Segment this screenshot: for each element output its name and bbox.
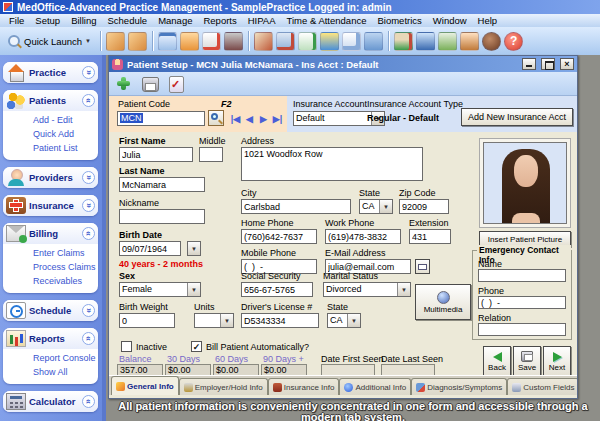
- tab-insurance-info[interactable]: Insurance Info: [268, 378, 340, 395]
- sidebar-item-show-all[interactable]: Show All: [3, 365, 98, 379]
- sidebar-item-quick-add[interactable]: Quick Add: [3, 127, 98, 141]
- billing-screen-icon[interactable]: [276, 32, 295, 51]
- birth-weight-input[interactable]: [119, 313, 175, 328]
- help-icon[interactable]: ?: [504, 32, 523, 51]
- transport-icon[interactable]: [320, 32, 339, 51]
- messages-icon[interactable]: [180, 32, 199, 51]
- camera-icon[interactable]: [224, 32, 243, 51]
- chart-icon[interactable]: [394, 32, 413, 51]
- sidebar-item-providers[interactable]: Providers: [3, 167, 98, 188]
- patient-code-input[interactable]: MCN: [117, 111, 205, 126]
- tab-additional-info[interactable]: Additional Info: [339, 378, 411, 395]
- sidebar-item-receivables[interactable]: Receivables: [3, 274, 98, 288]
- first-name-input[interactable]: [119, 147, 193, 162]
- tab-custom-fields[interactable]: Custom Fields: [507, 378, 577, 395]
- expand-practice-button[interactable]: [82, 66, 95, 79]
- birth-date-input[interactable]: [119, 241, 181, 256]
- back-button[interactable]: Back: [483, 346, 511, 377]
- sidebar-item-report-console[interactable]: Report Console: [3, 351, 98, 365]
- sidebar-item-calculator[interactable]: Calculator: [3, 391, 98, 412]
- maximize-button[interactable]: [541, 58, 555, 70]
- save-button[interactable]: Save: [513, 346, 541, 377]
- nav-first-button[interactable]: |◀: [229, 114, 242, 124]
- collapse-reports-button[interactable]: [82, 332, 95, 345]
- menu-schedule[interactable]: Schedule: [103, 15, 153, 26]
- charting-notes-icon[interactable]: [202, 32, 221, 51]
- menu-hipaa[interactable]: HIPAA: [243, 15, 281, 26]
- inactive-checkbox[interactable]: [121, 341, 132, 352]
- patient-setup-titlebar[interactable]: Patient Setup - MCN Julia McNamara - Ins…: [109, 56, 577, 72]
- menu-manage[interactable]: Manage: [153, 15, 197, 26]
- collapse-billing-button[interactable]: [82, 227, 95, 240]
- birth-date-dropdown-button[interactable]: ▼: [187, 241, 201, 256]
- sidebar-item-patients[interactable]: Patients: [3, 90, 98, 111]
- network-users-icon[interactable]: [438, 32, 457, 51]
- sidebar-item-add-edit[interactable]: Add - Edit: [3, 113, 98, 127]
- icd-codes-icon[interactable]: [128, 32, 147, 51]
- operator-icon[interactable]: [460, 32, 479, 51]
- add-new-insurance-button[interactable]: Add New Insurance Acct: [461, 108, 573, 126]
- menu-setup[interactable]: Setup: [30, 15, 65, 26]
- home-phone-input[interactable]: [241, 229, 317, 244]
- minimize-button[interactable]: [522, 58, 536, 70]
- tab-diagnosis-symptoms[interactable]: Diagnosis/Symptoms: [411, 378, 507, 395]
- middle-input[interactable]: [199, 147, 223, 162]
- expand-schedule-button[interactable]: [82, 304, 95, 317]
- tab-general-info[interactable]: General Info: [111, 376, 179, 395]
- menu-help[interactable]: Help: [473, 15, 503, 26]
- work-phone-input[interactable]: [325, 229, 401, 244]
- expand-insurance-button[interactable]: [82, 199, 95, 212]
- collapse-patients-button[interactable]: [82, 94, 95, 107]
- sidebar-item-reports[interactable]: Reports: [3, 328, 98, 349]
- nav-last-button[interactable]: ▶|: [271, 114, 284, 124]
- verify-record-button[interactable]: [165, 74, 186, 93]
- schedule-report-icon[interactable]: [342, 32, 361, 51]
- sidebar-item-patient-list[interactable]: Patient List: [3, 141, 98, 155]
- menu-window[interactable]: Window: [428, 15, 472, 26]
- multimedia-button[interactable]: Multimedia: [415, 284, 471, 320]
- menu-time-attendance[interactable]: Time & Attendance: [282, 15, 372, 26]
- emergency-relation-input[interactable]: [478, 323, 566, 336]
- marital-status-select[interactable]: Divorced▼: [323, 282, 411, 297]
- sidebar-item-practice[interactable]: Practice: [3, 62, 98, 83]
- address-input[interactable]: 1021 Woodfox Row: [241, 147, 423, 181]
- patient-lookup-button[interactable]: [208, 110, 224, 126]
- sidebar-item-process-claims[interactable]: Process Claims: [3, 260, 98, 274]
- last-name-input[interactable]: [119, 177, 205, 192]
- menu-biometrics[interactable]: Biometrics: [372, 15, 426, 26]
- zip-input[interactable]: [399, 199, 449, 214]
- calendar-calculator-icon[interactable]: [364, 32, 383, 51]
- menu-reports[interactable]: Reports: [198, 15, 241, 26]
- emergency-phone-input[interactable]: [478, 296, 566, 309]
- monitor-icon[interactable]: [416, 32, 435, 51]
- menu-billing[interactable]: Billing: [66, 15, 101, 26]
- bill-automatically-checkbox[interactable]: ✓: [191, 341, 202, 352]
- patient-card-icon[interactable]: [158, 32, 177, 51]
- tab-employer-hold-info[interactable]: Employer/Hold Info: [179, 378, 268, 395]
- state-select[interactable]: CA▼: [359, 199, 393, 214]
- extension-input[interactable]: [409, 229, 451, 244]
- menu-file[interactable]: File: [4, 15, 29, 26]
- sidebar-item-billing[interactable]: Billing: [3, 223, 98, 244]
- sidebar-item-schedule[interactable]: Schedule: [3, 300, 98, 321]
- cpt-codes-icon[interactable]: [106, 32, 125, 51]
- expand-providers-button[interactable]: [82, 171, 95, 184]
- close-button[interactable]: ×: [560, 58, 574, 70]
- add-patient-button[interactable]: [113, 74, 134, 93]
- statements-icon[interactable]: [298, 32, 317, 51]
- save-record-button[interactable]: [139, 74, 160, 93]
- quick-launch-button[interactable]: Quick Launch ▼: [4, 33, 95, 50]
- next-button[interactable]: Next: [543, 346, 571, 377]
- drivers-license-input[interactable]: [241, 313, 319, 328]
- nav-next-button[interactable]: ▶: [257, 114, 270, 124]
- collapse-calculator-button[interactable]: [82, 395, 95, 408]
- sidebar-item-enter-claims[interactable]: Enter Claims: [3, 246, 98, 260]
- units-select[interactable]: ▼: [194, 313, 234, 328]
- app-titlebar[interactable]: MedOffice-Advanced Practice Management -…: [0, 0, 600, 14]
- dl-state-select[interactable]: CA▼: [327, 313, 361, 328]
- nav-prev-button[interactable]: ◀: [243, 114, 256, 124]
- patient-referral-icon[interactable]: [254, 32, 273, 51]
- emergency-name-input[interactable]: [478, 269, 566, 282]
- sidebar-item-insurance[interactable]: Insurance: [3, 195, 98, 216]
- ssn-input[interactable]: [241, 282, 313, 297]
